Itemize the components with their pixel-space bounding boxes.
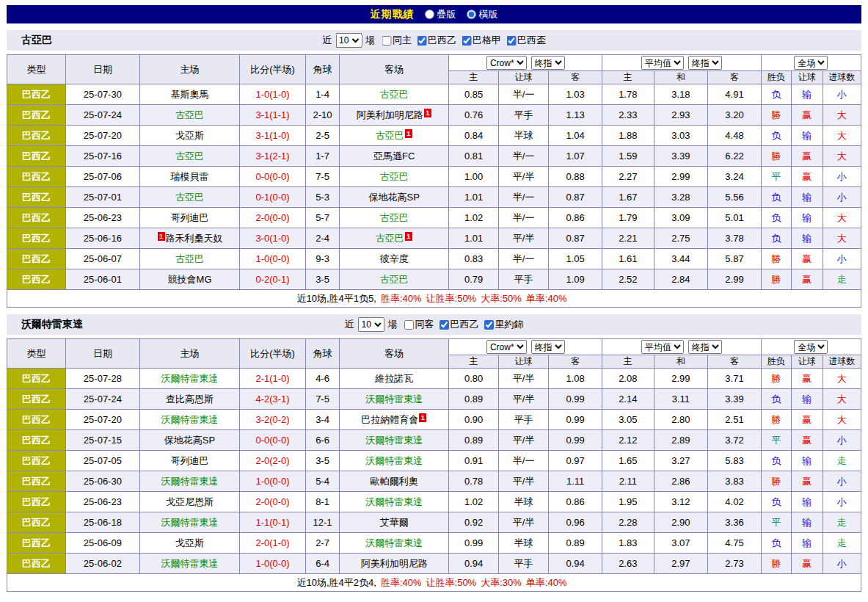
checkbox-input[interactable] [506,36,516,46]
checkbox-input[interactable] [382,36,391,46]
checkbox-input[interactable] [462,36,471,46]
score-cell: 2-0(1-0) [240,533,306,554]
euro-draw-odds-cell: 3.07 [654,533,708,554]
checkbox-input[interactable] [404,320,414,330]
asian-handicap-cell: 平/半 [498,167,549,187]
filter-checkbox-巴西盃[interactable]: 巴西盃 [506,34,546,47]
layout-radio-stacked[interactable]: 疊版 [425,8,456,21]
filter-checkbox-同客[interactable]: 同客 [404,318,434,331]
euro-away-odds-cell: 3.83 [708,471,762,492]
league-cell: 巴西乙 [7,492,66,512]
result-wdl-cell: 负 [761,187,791,208]
team-name: 彼辛度 [380,253,409,264]
team-name: 古亞巴 [380,171,409,182]
section-header: 古亞巴 近 10 場 同主巴西乙巴格甲巴西盃 [7,30,861,51]
average-odds-select[interactable]: 平均值 [641,56,684,70]
asian-away-odds-cell: 0.87 [549,228,602,249]
col-header-asian-home: 主 [449,355,499,369]
corner-cell: 1-7 [306,146,340,167]
team-name: 歐帕爾利奧 [371,476,418,487]
date-cell: 25-06-16 [65,228,139,249]
col-header-home: 主场 [140,339,240,369]
asian-away-odds-cell: 0.89 [549,533,602,554]
col-header-score: 比分(半场) [240,55,306,84]
fulltime-select[interactable]: 全场 [794,56,828,70]
euro-away-odds-cell: 3.20 [708,105,762,126]
summary-stat: 胜率:40% [381,577,422,588]
red-card-badge: 1 [419,413,426,422]
date-cell: 25-06-02 [65,554,139,574]
filter-checkbox-巴西乙[interactable]: 巴西乙 [440,318,479,331]
team-name: 沃爾特雷東達 [161,373,219,384]
euro-home-odds-cell: 1.59 [602,146,654,167]
result-handicap-cell: 输 [791,84,823,105]
euro-final-odds-select[interactable]: 终指 [688,56,722,70]
recent-matches-table: 类型 日期 主场 比分(半场) 角球 客场 Crow* 终指 平均值 终指 [7,338,861,592]
checkbox-input[interactable] [484,320,494,330]
match-row: 巴西乙25-07-15保地花高SP0-0(0-0)6-6沃爾特雷東達0.89平/… [7,430,861,451]
asian-away-odds-cell: 0.99 [549,410,602,430]
result-handicap-cell: 输 [791,208,823,228]
bookmaker-select[interactable]: Crow* [486,56,527,70]
away-team-cell: 古亞巴1 [340,228,449,249]
asian-away-odds-cell: 0.96 [549,512,602,533]
match-row: 巴西乙25-06-07古亞巴1-0(0-0)9-3彼辛度0.83半/一1.051… [7,249,861,269]
games-count-select[interactable]: 10 [335,33,362,48]
away-team-cell: 保地花高SP [340,187,449,208]
team-name: 阿美利加明尼路 [357,109,423,120]
asian-home-odds-cell: 0.84 [449,126,499,146]
bookmaker-select[interactable]: Crow* [486,340,527,354]
filter-checkbox-同主[interactable]: 同主 [382,34,412,47]
match-row: 巴西乙25-07-16古亞巴3-1(2-1)1-7亞馬遜FC0.81半/一1.0… [7,146,861,167]
asian-final-odds-select[interactable]: 终指 [531,56,565,70]
asian-odds-group-header: Crow* 终指 [449,339,602,355]
euro-home-odds-cell: 1.88 [602,126,654,146]
red-card-badge: 1 [405,232,412,241]
score-cell: 3-1(1-1) [240,105,306,126]
filter-checkbox-巴西乙[interactable]: 巴西乙 [417,34,456,47]
league-cell: 巴西乙 [7,146,66,167]
radio-label-horizontal: 橫版 [479,8,498,21]
away-team-cell: 阿美利加明尼路 [340,554,449,574]
date-cell: 25-06-01 [65,269,139,290]
match-row: 巴西乙25-07-05哥列迪巴2-0(2-0)3-5沃爾特雷東達0.91半/一0… [7,451,861,471]
fulltime-select[interactable]: 全场 [794,340,828,354]
summary-stats: 胜率:40%让胜率:50%大率:50%单率:40% [381,293,572,304]
euro-draw-odds-cell: 3.11 [654,389,708,410]
corner-cell: 6-4 [306,554,340,574]
asian-handicap-cell: 平手 [498,105,549,126]
result-wdl-cell: 勝 [761,249,791,269]
games-count-select[interactable]: 10 [358,317,384,332]
euro-draw-odds-cell: 3.28 [654,187,708,208]
radio-input-horizontal[interactable] [467,10,476,19]
col-header-away: 客场 [340,339,449,369]
filter-checkbox-巴格甲[interactable]: 巴格甲 [462,34,501,47]
date-cell: 25-07-24 [65,105,139,126]
summary-stats: 胜率:40%让胜率:50%大率:30%单率:40% [381,577,572,588]
layout-radio-horizontal[interactable]: 橫版 [467,8,498,21]
asian-handicap-cell: 半球 [498,492,549,512]
asian-final-odds-select[interactable]: 终指 [531,340,565,354]
euro-home-odds-cell: 3.05 [602,410,654,430]
col-header-handicap-result: 让球 [791,355,823,369]
col-header-handicap-result: 让球 [791,71,823,84]
filter-checkbox-group: 同客巴西乙里約錦 [404,318,524,331]
summary-row: 近10场,胜4平1负5,胜率:40%让胜率:50%大率:50%单率:40% [7,290,861,308]
euro-final-odds-select[interactable]: 终指 [688,340,722,354]
away-team-cell: 巴拉納體育會1 [340,410,449,430]
col-header-wdl: 胜负 [761,71,791,84]
away-team-cell: 古亞巴1 [340,126,449,146]
recent-matches-table: 类型 日期 主场 比分(半场) 角球 客场 Crow* 终指 平均值 终指 [7,54,861,308]
euro-draw-odds-cell: 2.86 [654,471,708,492]
average-odds-select[interactable]: 平均值 [641,340,684,354]
asian-home-odds-cell: 0.85 [449,84,499,105]
result-goals-cell: 大 [823,208,861,228]
team-name: 沃爾特雷東達 [365,537,423,548]
radio-input-stacked[interactable] [425,10,434,19]
corner-cell: 3-5 [306,269,340,290]
checkbox-input[interactable] [417,36,426,46]
filter-checkbox-里約錦[interactable]: 里約錦 [484,318,524,331]
checkbox-input[interactable] [440,320,449,330]
team-name: 沃爾特雷東達 [365,496,423,507]
euro-away-odds-cell: 4.75 [708,533,762,554]
